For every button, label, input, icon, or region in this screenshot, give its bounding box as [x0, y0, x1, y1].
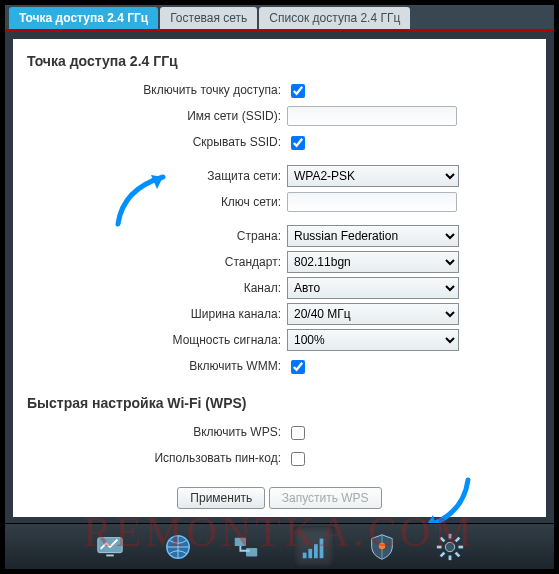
label-wps-pin: Использовать пин-код:: [27, 447, 287, 469]
gear-icon[interactable]: [427, 524, 473, 570]
svg-rect-10: [319, 538, 323, 558]
label-hide-ssid: Скрывать SSID:: [27, 131, 287, 153]
network-icon[interactable]: [223, 524, 269, 570]
label-ssid: Имя сети (SSID):: [27, 105, 287, 127]
svg-rect-9: [314, 544, 318, 558]
globe-icon[interactable]: [155, 524, 201, 570]
checkbox-wps-enable[interactable]: [291, 426, 305, 440]
start-wps-button: Запустить WPS: [269, 487, 382, 509]
select-width[interactable]: 20/40 МГц: [287, 303, 459, 325]
svg-rect-8: [308, 548, 312, 557]
svg-line-18: [455, 552, 459, 556]
svg-rect-7: [302, 552, 306, 558]
svg-line-19: [440, 552, 444, 556]
checkbox-enable-ap[interactable]: [291, 84, 305, 98]
section-title-ap: Точка доступа 2.4 ГГц: [27, 53, 532, 69]
select-security[interactable]: WPA2-PSK: [287, 165, 459, 187]
label-wps-enable: Включить WPS:: [27, 421, 287, 443]
checkbox-wps-pin[interactable]: [291, 452, 305, 466]
section-title-wps: Быстрая настройка Wi-Fi (WPS): [27, 395, 532, 411]
svg-line-17: [440, 537, 444, 541]
label-wmm: Включить WMM:: [27, 355, 287, 377]
select-country[interactable]: Russian Federation: [287, 225, 459, 247]
tab-access-point[interactable]: Точка доступа 2.4 ГГц: [9, 7, 158, 29]
label-key: Ключ сети:: [27, 191, 287, 213]
settings-panel: Точка доступа 2.4 ГГц Включить точку дос…: [13, 39, 546, 517]
svg-rect-5: [234, 537, 245, 545]
svg-point-11: [378, 542, 385, 549]
wifi-signal-icon[interactable]: [291, 524, 337, 570]
label-country: Страна:: [27, 225, 287, 247]
checkbox-wmm[interactable]: [291, 360, 305, 374]
label-channel: Канал:: [27, 277, 287, 299]
label-security: Защита сети:: [27, 165, 287, 187]
input-ssid[interactable]: [287, 106, 457, 126]
label-width: Ширина канала:: [27, 303, 287, 325]
monitor-icon[interactable]: [87, 524, 133, 570]
tab-access-list[interactable]: Список доступа 2.4 ГГц: [259, 7, 410, 29]
checkbox-hide-ssid[interactable]: [291, 136, 305, 150]
label-power: Мощность сигнала:: [27, 329, 287, 351]
tab-guest-network[interactable]: Гостевая сеть: [160, 7, 257, 29]
apply-button[interactable]: Применить: [177, 487, 265, 509]
input-key[interactable]: [287, 192, 457, 212]
label-standard: Стандарт:: [27, 251, 287, 273]
svg-point-12: [445, 542, 454, 551]
button-bar: Применить Запустить WPS: [27, 487, 532, 509]
label-enable-ap: Включить точку доступа:: [27, 79, 287, 101]
select-power[interactable]: 100%: [287, 329, 459, 351]
select-standard[interactable]: 802.11bgn: [287, 251, 459, 273]
svg-rect-6: [246, 547, 257, 555]
bottom-icon-bar: [5, 523, 554, 569]
select-channel[interactable]: Авто: [287, 277, 459, 299]
svg-line-20: [455, 537, 459, 541]
shield-icon[interactable]: [359, 524, 405, 570]
svg-rect-3: [106, 554, 114, 556]
tab-bar: Точка доступа 2.4 ГГц Гостевая сеть Спис…: [5, 5, 554, 31]
svg-rect-2: [97, 537, 121, 552]
